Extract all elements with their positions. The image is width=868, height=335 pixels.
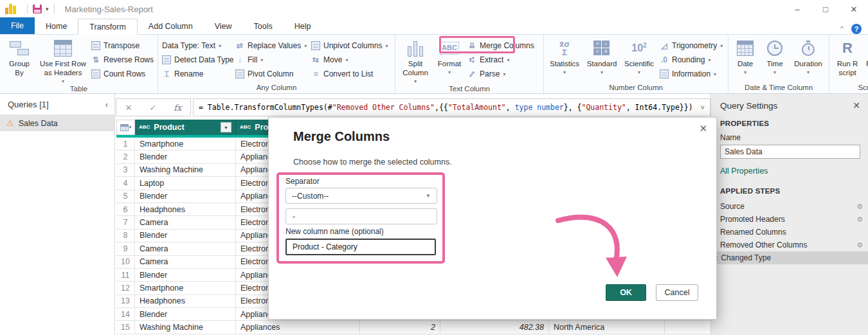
run-python-script-button[interactable]: Py Run Python script — [865, 36, 868, 78]
table-row[interactable]: 15 Washing Machine Appliances 2 482.38 N… — [116, 321, 710, 334]
cell-product[interactable]: Blender — [135, 308, 236, 320]
step-settings-gear-icon[interactable]: ⚙ — [856, 241, 863, 249]
cell-region[interactable]: North America — [549, 321, 665, 333]
fx-icon[interactable]: fx — [174, 103, 181, 113]
cell-product[interactable]: Camera — [135, 216, 236, 228]
parse-button[interactable]: ⑇Parse▾ — [467, 67, 539, 81]
formula-expand-icon[interactable]: ˅ — [701, 104, 705, 111]
cell-product[interactable]: Blender — [135, 150, 236, 163]
date-button[interactable]: Date ▾ — [732, 36, 758, 75]
cell-category[interactable]: Appliances — [236, 321, 360, 333]
applied-step[interactable]: ✕ Source ⚙ — [711, 200, 868, 213]
applied-step[interactable]: ✕ Removed Other Columns ⚙ — [711, 239, 868, 251]
separator-select[interactable]: --Custom-- ▼ — [285, 188, 437, 204]
separator-label: Separator — [285, 177, 320, 186]
cell-product[interactable]: Smartphone — [135, 138, 236, 150]
column-header-product[interactable]: ABC Product ▼ — [135, 120, 236, 135]
rename-button[interactable]: ⌶Rename — [162, 67, 231, 81]
statistics-button[interactable]: x̄σΣ Statistics ▾ — [548, 36, 581, 75]
save-menu-caret-icon[interactable]: ▾ — [46, 6, 49, 12]
convert-to-list-button[interactable]: ≡Convert to List — [311, 67, 391, 81]
queries-panel-title: Queries [1] — [8, 100, 49, 109]
cancel-button[interactable]: Cancel — [656, 284, 698, 301]
window-title: Marketing-Sales-Report — [65, 5, 153, 14]
tab-help[interactable]: Help — [284, 18, 322, 34]
cell-product[interactable]: Headphones — [135, 203, 236, 215]
tab-file[interactable]: File — [0, 17, 35, 34]
trigonometry-button[interactable]: ◿Trigonometry▾ — [660, 39, 724, 53]
help-icon[interactable]: ? — [851, 24, 862, 34]
split-column-icon — [407, 38, 424, 59]
transpose-button[interactable]: Transpose — [91, 39, 154, 53]
close-button[interactable]: ✕ — [840, 0, 868, 18]
information-button[interactable]: Information▾ — [660, 67, 724, 81]
applied-step[interactable]: ✕ Renamed Columns ⚙ — [711, 226, 868, 239]
step-label: Changed Type — [721, 253, 771, 262]
name-label: Name — [720, 133, 859, 142]
duration-button[interactable]: Duration ▾ — [791, 36, 825, 75]
applied-step[interactable]: ✕ Promoted Headers ⚙ — [711, 213, 868, 226]
cell-quantity[interactable]: 2 — [360, 321, 440, 333]
tab-tools[interactable]: Tools — [243, 18, 284, 34]
scientific-button[interactable]: 102 Scientific ▾ — [622, 36, 656, 75]
rounding-button[interactable]: .0Rounding▾ — [660, 53, 724, 67]
use-first-row-as-headers-button[interactable]: Use First Row as Headers ▾ — [39, 36, 87, 84]
powerbi-logo-icon — [5, 4, 17, 14]
formula-cancel-icon[interactable]: ✕ — [125, 103, 132, 113]
close-panel-icon[interactable]: ✕ — [853, 100, 860, 111]
tab-transform[interactable]: Transform — [78, 19, 138, 35]
ok-button[interactable]: OK — [606, 284, 646, 301]
run-r-script-button[interactable]: R Run R script — [833, 36, 862, 78]
cell-product[interactable]: Camera — [135, 256, 236, 268]
dialog-close-icon[interactable]: ✕ — [699, 123, 707, 134]
cell-product[interactable]: Camera — [135, 242, 236, 255]
move-icon: ⇆ — [311, 55, 320, 64]
data-type-button[interactable]: Data Type: Text▾ — [162, 39, 231, 53]
collapse-ribbon-icon[interactable]: ⌃ — [839, 25, 845, 33]
table-select-all-button[interactable]: ▾ — [116, 120, 135, 135]
custom-separator-input[interactable]: - — [285, 208, 437, 224]
cell-product[interactable]: Blender — [135, 269, 236, 281]
cell-product[interactable]: Blender — [135, 230, 236, 242]
cell-product[interactable]: Smartphone — [135, 282, 236, 294]
new-column-name-input[interactable]: Product - Category — [285, 239, 436, 255]
collapse-panel-icon[interactable]: ‹ — [105, 100, 108, 109]
cell-total-amount[interactable]: 482.38 — [440, 321, 549, 333]
formula-input[interactable]: = Table.TransformColumnTypes(#"Removed O… — [193, 98, 710, 116]
formula-accept-icon[interactable]: ✓ — [149, 103, 156, 113]
replace-values-button[interactable]: ⇄Replace Values▾ — [235, 39, 307, 53]
merge-columns-button[interactable]: ⇊Merge Columns — [467, 39, 539, 53]
minimize-button[interactable]: – — [783, 0, 811, 18]
save-icon[interactable] — [33, 5, 42, 14]
pivot-column-button[interactable]: Pivot Column — [235, 67, 307, 81]
split-column-button[interactable]: Split Column ▾ — [399, 36, 431, 84]
step-settings-gear-icon[interactable]: ⚙ — [856, 203, 863, 211]
tab-home[interactable]: Home — [35, 18, 78, 34]
tab-add-column[interactable]: Add Column — [138, 18, 204, 34]
all-properties-link[interactable]: All Properties — [720, 167, 859, 176]
move-button[interactable]: ⇆Move▾ — [311, 53, 391, 67]
query-item-sales-data[interactable]: ⚠ Sales Data — [0, 115, 114, 131]
reverse-rows-button[interactable]: ⇅Reverse Rows — [91, 53, 154, 67]
step-settings-gear-icon[interactable]: ⚙ — [856, 215, 863, 224]
time-button[interactable]: Time ▾ — [762, 36, 788, 75]
maximize-button[interactable]: □ — [811, 0, 840, 18]
cell-product[interactable]: Laptop — [135, 177, 236, 189]
detect-data-type-button[interactable]: Detect Data Type — [162, 53, 231, 67]
count-rows-button[interactable]: Count Rows — [91, 67, 154, 81]
extract-button[interactable]: ⑆Extract▾ — [467, 53, 539, 67]
cell-product[interactable]: Blender — [135, 190, 236, 203]
cell-product[interactable]: Headphones — [135, 295, 236, 307]
unpivot-columns-button[interactable]: Unpivot Columns▾ — [311, 39, 391, 53]
query-name-input[interactable]: Sales Data — [720, 145, 860, 159]
cell-product[interactable]: Washing Machine — [135, 164, 236, 176]
filter-dropdown-icon[interactable]: ▼ — [221, 122, 231, 132]
group-by-button[interactable]: Group By — [4, 36, 35, 78]
ribbon-group-any-column: Data Type: Text▾ Detect Data Type ⌶Renam… — [158, 35, 395, 93]
standard-button[interactable]: +−÷× Standard ▾ — [585, 36, 619, 75]
applied-step[interactable]: ✕ Changed Type ⚙ — [711, 251, 868, 264]
cell-product[interactable]: Washing Machine — [135, 321, 236, 333]
fill-button[interactable]: ↓Fill▾ — [235, 53, 307, 67]
tab-view[interactable]: View — [204, 18, 243, 34]
format-button[interactable]: ABC Format ▾ — [435, 36, 464, 75]
